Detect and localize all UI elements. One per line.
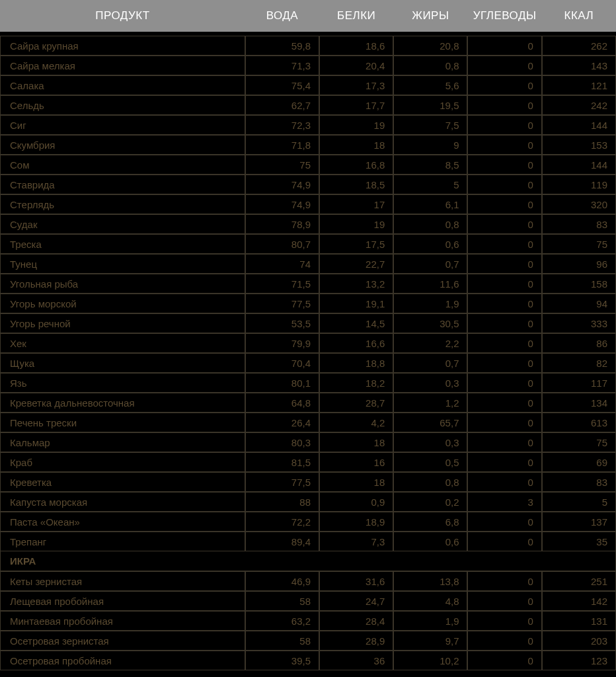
cell-carbs: 0 xyxy=(467,56,541,75)
cell-kcal: 35 xyxy=(542,532,616,551)
cell-water: 53,5 xyxy=(245,313,319,333)
cell-carbs: 0 xyxy=(467,155,541,175)
cell-fat: 30,5 xyxy=(393,313,467,333)
cell-product: Кеты зернистая xyxy=(0,571,245,591)
cell-kcal: 117 xyxy=(542,373,616,393)
cell-fat: 0,8 xyxy=(393,472,467,492)
cell-fat: 0,7 xyxy=(393,254,467,274)
cell-protein: 4,2 xyxy=(319,413,393,432)
cell-protein: 18,2 xyxy=(319,373,393,393)
table-row: Кальмар80,3180,3075 xyxy=(0,432,616,452)
cell-fat: 1,2 xyxy=(393,393,467,413)
cell-protein: 18 xyxy=(319,472,393,492)
cell-kcal: 86 xyxy=(542,333,616,353)
cell-product: Салака xyxy=(0,75,245,95)
cell-product: Хек xyxy=(0,333,245,353)
cell-fat: 11,6 xyxy=(393,274,467,294)
cell-protein: 19 xyxy=(319,115,393,135)
cell-carbs: 0 xyxy=(467,194,541,214)
cell-fat: 0,8 xyxy=(393,214,467,234)
cell-water: 58 xyxy=(245,591,319,611)
table-row: Трепанг89,47,30,6035 xyxy=(0,532,616,551)
cell-kcal: 94 xyxy=(542,294,616,313)
cell-protein: 16 xyxy=(319,452,393,472)
cell-kcal: 153 xyxy=(542,135,616,155)
cell-product: Тунец xyxy=(0,254,245,274)
cell-fat: 5,6 xyxy=(393,75,467,95)
cell-kcal: 613 xyxy=(542,413,616,432)
table-row: Сайра мелкая71,320,40,80143 xyxy=(0,56,616,75)
cell-water: 75,4 xyxy=(245,75,319,95)
table-row: Печень трески26,44,265,70613 xyxy=(0,413,616,432)
cell-product: Угорь речной xyxy=(0,313,245,333)
cell-carbs: 0 xyxy=(467,512,541,532)
cell-carbs: 0 xyxy=(467,36,541,56)
table-row: Кеты зернистая46,931,613,80251 xyxy=(0,571,616,591)
cell-product: Креветка xyxy=(0,472,245,492)
table-row: Лещевая пробойная5824,74,80142 xyxy=(0,591,616,611)
table-row: Капуста морская880,90,235 xyxy=(0,492,616,512)
cell-product: Сайра мелкая xyxy=(0,56,245,75)
cell-fat: 0,8 xyxy=(393,56,467,75)
cell-carbs: 0 xyxy=(467,95,541,115)
cell-product: Стерлядь xyxy=(0,194,245,214)
cell-product: Треска xyxy=(0,234,245,254)
cell-fat: 1,9 xyxy=(393,611,467,631)
cell-kcal: 83 xyxy=(542,472,616,492)
cell-water: 62,7 xyxy=(245,95,319,115)
header-protein: БЕЛКИ xyxy=(319,0,393,32)
table-body: Сайра крупная59,818,620,80262Сайра мелка… xyxy=(0,32,616,670)
table-row: Тунец7422,70,7096 xyxy=(0,254,616,274)
cell-fat: 2,2 xyxy=(393,333,467,353)
section-row: ИКРА xyxy=(0,551,616,571)
table-row: Салака75,417,35,60121 xyxy=(0,75,616,95)
cell-product: Лещевая пробойная xyxy=(0,591,245,611)
cell-product: Сельдь xyxy=(0,95,245,115)
table-row: Щука70,418,80,7082 xyxy=(0,353,616,373)
cell-protein: 18,5 xyxy=(319,175,393,194)
cell-kcal: 144 xyxy=(542,115,616,135)
cell-protein: 19 xyxy=(319,214,393,234)
cell-kcal: 69 xyxy=(542,452,616,472)
cell-kcal: 123 xyxy=(542,651,616,670)
cell-water: 74,9 xyxy=(245,175,319,194)
cell-carbs: 0 xyxy=(467,591,541,611)
cell-protein: 18,6 xyxy=(319,36,393,56)
cell-fat: 0,7 xyxy=(393,353,467,373)
cell-protein: 20,4 xyxy=(319,56,393,75)
cell-product: Сайра крупная xyxy=(0,36,245,56)
header-carbs: УГЛЕВОДЫ xyxy=(467,0,541,32)
cell-water: 71,8 xyxy=(245,135,319,155)
cell-protein: 19,1 xyxy=(319,294,393,313)
table-row: Скумбрия71,81890153 xyxy=(0,135,616,155)
cell-carbs: 0 xyxy=(467,234,541,254)
cell-fat: 9 xyxy=(393,135,467,155)
cell-fat: 0,5 xyxy=(393,452,467,472)
cell-kcal: 121 xyxy=(542,75,616,95)
header-kcal: ККАЛ xyxy=(542,0,616,32)
cell-protein: 18,8 xyxy=(319,353,393,373)
table-row: Минтаевая пробойная63,228,41,90131 xyxy=(0,611,616,631)
cell-carbs: 0 xyxy=(467,452,541,472)
cell-product: Судак xyxy=(0,214,245,234)
cell-water: 80,3 xyxy=(245,432,319,452)
header-fat: ЖИРЫ xyxy=(393,0,467,32)
cell-carbs: 0 xyxy=(467,135,541,155)
table-row: Треска80,717,50,6075 xyxy=(0,234,616,254)
cell-carbs: 0 xyxy=(467,373,541,393)
table-row: Сом7516,88,50144 xyxy=(0,155,616,175)
header-product: ПРОДУКТ xyxy=(0,0,245,32)
cell-kcal: 320 xyxy=(542,194,616,214)
cell-water: 81,5 xyxy=(245,452,319,472)
cell-product: Креветка дальневосточная xyxy=(0,393,245,413)
cell-protein: 13,2 xyxy=(319,274,393,294)
cell-product: Ставрида xyxy=(0,175,245,194)
table-row: Хек79,916,62,2086 xyxy=(0,333,616,353)
cell-product: Трепанг xyxy=(0,532,245,551)
cell-fat: 19,5 xyxy=(393,95,467,115)
cell-fat: 5 xyxy=(393,175,467,194)
cell-kcal: 251 xyxy=(542,571,616,591)
cell-carbs: 0 xyxy=(467,115,541,135)
cell-protein: 18 xyxy=(319,432,393,452)
cell-carbs: 0 xyxy=(467,571,541,591)
